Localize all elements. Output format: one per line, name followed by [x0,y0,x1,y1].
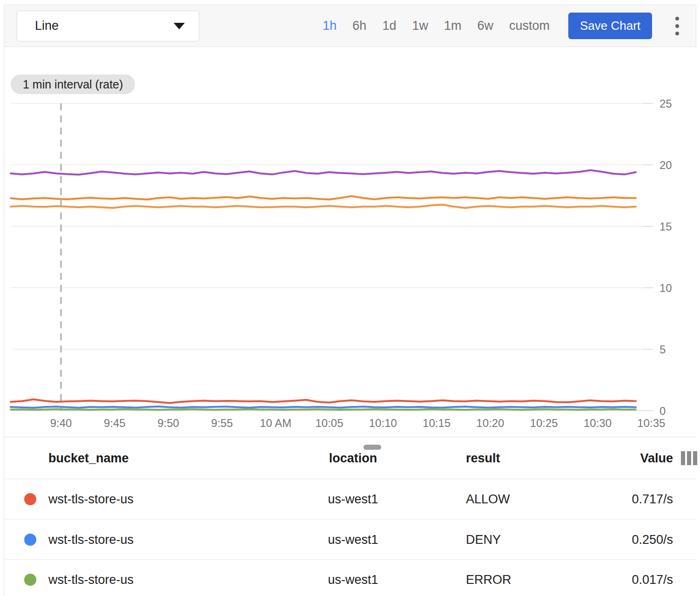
time-range-1d[interactable]: 1d [382,19,396,33]
series-color-dot [24,534,36,546]
series-line-series-orange-lower [11,205,636,208]
time-range-group: 1h 6h 1d 1w 1m 6w custom [323,19,550,33]
legend-table: bucket_name location result Value wst-tl… [4,437,697,596]
column-settings-icon[interactable] [681,451,697,465]
cell-bucket-name: wst-tls-store-us [48,572,134,587]
kebab-dot [675,17,679,20]
save-chart-button[interactable]: Save Chart [568,13,652,39]
chart-card: Line 1h 6h 1d 1w 1m 6w custom Save Chart… [4,5,696,596]
series-line-wst-tls-store-us-deny [11,406,636,408]
y-axis-label: 15 [660,220,672,233]
x-axis-label: 10:20 [476,417,504,429]
series-color-dot [24,493,36,505]
time-range-6w[interactable]: 6w [477,19,493,33]
x-axis-label: 10:35 [637,417,665,429]
table-row[interactable]: wst-tls-store-us us-west1 DENY 0.250/s [4,519,697,559]
x-axis-label: 10:10 [369,417,397,429]
x-axis-label: 10:25 [530,417,558,429]
chevron-down-icon [174,23,185,29]
x-axis-label: 10 AM [260,417,291,429]
series-line-series-purple [11,170,636,175]
table-header-row: bucket_name location result Value [4,437,697,479]
chart-type-selected-value: Line [35,19,59,33]
cell-result: ALLOW [466,492,510,507]
cell-location: us-west1 [298,572,408,587]
time-range-1h[interactable]: 1h [323,19,337,33]
table-row[interactable]: wst-tls-store-us us-west1 ALLOW 0.717/s [4,479,697,519]
x-axis-label: 9:45 [104,417,126,429]
cell-value: 0.250/s [578,532,673,547]
column-header-bucket-name[interactable]: bucket_name [48,451,129,465]
x-axis-label: 10:05 [315,417,343,429]
time-range-1m[interactable]: 1m [444,19,462,33]
cell-result: DENY [466,532,501,547]
chart-toolbar: Line 1h 6h 1d 1w 1m 6w custom Save Chart [4,5,696,47]
y-axis-label: 10 [660,282,672,294]
cell-bucket-name: wst-tls-store-us [48,492,134,507]
y-axis-label: 5 [660,343,666,356]
cell-value: 0.717/s [578,492,673,507]
chart-type-dropdown[interactable]: Line [17,11,199,41]
series-color-dot [24,574,36,586]
series-line-series-orange-upper [11,196,636,199]
cell-bucket-name: wst-tls-store-us [48,532,134,547]
y-axis-label: 25 [660,97,672,110]
y-axis-label: 0 [660,405,666,417]
kebab-dot [675,24,679,28]
cell-result: ERROR [466,572,512,587]
more-options-icon[interactable] [668,12,687,40]
cell-location: us-west1 [298,492,408,507]
cell-value: 0.017/s [578,572,673,587]
chart-plot[interactable]: 25201510509:409:459:509:5510 AM10:0510:1… [4,47,697,439]
x-axis-label: 10:15 [423,417,451,429]
series-line-wst-tls-store-us-allow [11,400,636,403]
time-range-6h[interactable]: 6h [352,19,366,33]
x-axis-label: 9:55 [211,417,233,429]
kebab-dot [675,32,679,35]
cell-location: us-west1 [298,532,408,547]
column-header-location[interactable]: location [298,451,408,465]
column-header-value[interactable]: Value [578,451,673,465]
table-row[interactable]: wst-tls-store-us us-west1 ERROR 0.017/s [4,559,697,596]
line-chart: 1 min interval (rate) 25201510509:409:45… [4,47,697,439]
series-line-wst-tls-store-us-error [11,409,636,410]
time-range-1w[interactable]: 1w [412,19,428,33]
time-range-custom[interactable]: custom [509,19,550,33]
x-axis-label: 9:50 [157,417,179,429]
x-axis-label: 9:40 [50,417,72,429]
x-axis-label: 10:30 [584,417,612,429]
y-axis-label: 20 [660,159,672,171]
column-header-result[interactable]: result [466,451,500,465]
